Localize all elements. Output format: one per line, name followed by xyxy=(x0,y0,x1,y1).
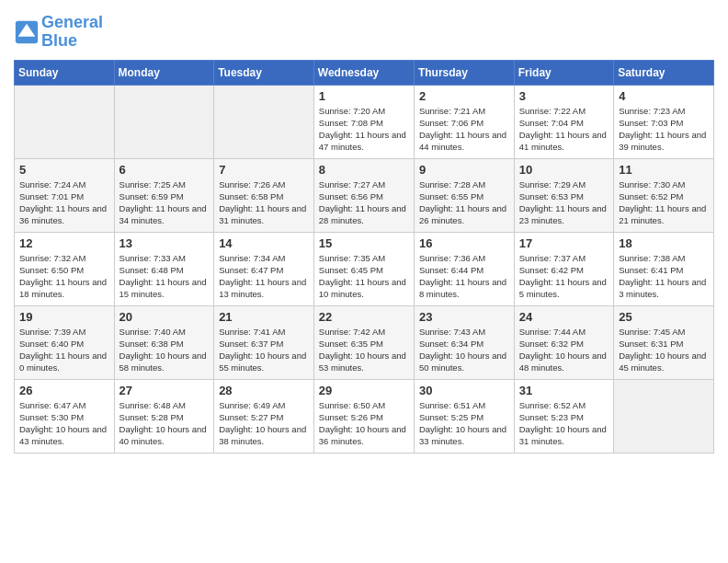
day-info: Sunrise: 7:26 AM Sunset: 6:58 PM Dayligh… xyxy=(219,178,309,227)
day-header-friday: Friday xyxy=(514,60,613,85)
week-row-2: 5Sunrise: 7:24 AM Sunset: 7:01 PM Daylig… xyxy=(15,158,714,232)
logo: General Blue xyxy=(14,14,103,51)
calendar-cell xyxy=(15,85,115,158)
calendar-cell: 12Sunrise: 7:32 AM Sunset: 6:50 PM Dayli… xyxy=(15,232,115,305)
day-info: Sunrise: 7:40 AM Sunset: 6:38 PM Dayligh… xyxy=(119,326,210,374)
calendar-cell: 6Sunrise: 7:25 AM Sunset: 6:59 PM Daylig… xyxy=(114,158,214,232)
day-info: Sunrise: 6:50 AM Sunset: 5:26 PM Dayligh… xyxy=(319,399,409,448)
calendar-cell: 31Sunrise: 6:52 AM Sunset: 5:23 PM Dayli… xyxy=(514,379,613,453)
day-number: 2 xyxy=(419,89,509,103)
day-number: 13 xyxy=(119,236,210,250)
day-info: Sunrise: 7:39 AM Sunset: 6:40 PM Dayligh… xyxy=(19,326,109,374)
day-number: 1 xyxy=(319,89,409,103)
day-info: Sunrise: 7:33 AM Sunset: 6:48 PM Dayligh… xyxy=(119,252,210,301)
day-info: Sunrise: 7:29 AM Sunset: 6:53 PM Dayligh… xyxy=(519,178,609,227)
calendar-cell: 23Sunrise: 7:43 AM Sunset: 6:34 PM Dayli… xyxy=(414,305,514,379)
day-info: Sunrise: 7:21 AM Sunset: 7:06 PM Dayligh… xyxy=(419,105,509,154)
day-info: Sunrise: 6:52 AM Sunset: 5:23 PM Dayligh… xyxy=(519,399,609,448)
day-info: Sunrise: 7:45 AM Sunset: 6:31 PM Dayligh… xyxy=(619,326,709,374)
week-row-1: 1Sunrise: 7:20 AM Sunset: 7:08 PM Daylig… xyxy=(15,85,714,158)
logo-text: General Blue xyxy=(41,14,103,51)
day-number: 30 xyxy=(419,384,509,397)
day-info: Sunrise: 7:20 AM Sunset: 7:08 PM Dayligh… xyxy=(319,105,409,154)
calendar-cell: 1Sunrise: 7:20 AM Sunset: 7:08 PM Daylig… xyxy=(313,85,414,158)
day-number: 20 xyxy=(119,310,210,324)
logo-icon xyxy=(14,19,40,45)
calendar-cell: 20Sunrise: 7:40 AM Sunset: 6:38 PM Dayli… xyxy=(114,305,214,379)
day-header-sunday: Sunday xyxy=(15,60,115,85)
calendar-cell: 16Sunrise: 7:36 AM Sunset: 6:44 PM Dayli… xyxy=(414,232,514,305)
day-number: 15 xyxy=(319,236,409,250)
day-number: 17 xyxy=(519,236,609,250)
calendar-cell: 17Sunrise: 7:37 AM Sunset: 6:42 PM Dayli… xyxy=(514,232,613,305)
calendar-cell: 3Sunrise: 7:22 AM Sunset: 7:04 PM Daylig… xyxy=(514,85,613,158)
day-info: Sunrise: 7:36 AM Sunset: 6:44 PM Dayligh… xyxy=(419,252,509,301)
calendar-cell: 21Sunrise: 7:41 AM Sunset: 6:37 PM Dayli… xyxy=(214,305,314,379)
calendar-cell: 29Sunrise: 6:50 AM Sunset: 5:26 PM Dayli… xyxy=(313,379,414,453)
calendar-cell: 24Sunrise: 7:44 AM Sunset: 6:32 PM Dayli… xyxy=(514,305,613,379)
day-info: Sunrise: 7:25 AM Sunset: 6:59 PM Dayligh… xyxy=(119,178,210,227)
week-row-3: 12Sunrise: 7:32 AM Sunset: 6:50 PM Dayli… xyxy=(15,232,714,305)
day-info: Sunrise: 7:43 AM Sunset: 6:34 PM Dayligh… xyxy=(419,326,509,374)
header-row: SundayMondayTuesdayWednesdayThursdayFrid… xyxy=(15,60,714,85)
calendar-cell: 28Sunrise: 6:49 AM Sunset: 5:27 PM Dayli… xyxy=(214,379,314,453)
calendar-cell: 4Sunrise: 7:23 AM Sunset: 7:03 PM Daylig… xyxy=(614,85,714,158)
calendar-cell: 25Sunrise: 7:45 AM Sunset: 6:31 PM Dayli… xyxy=(614,305,714,379)
day-number: 3 xyxy=(519,89,609,103)
day-number: 24 xyxy=(519,310,609,324)
calendar-cell: 27Sunrise: 6:48 AM Sunset: 5:28 PM Dayli… xyxy=(114,379,214,453)
calendar-cell: 13Sunrise: 7:33 AM Sunset: 6:48 PM Dayli… xyxy=(114,232,214,305)
calendar-cell: 30Sunrise: 6:51 AM Sunset: 5:25 PM Dayli… xyxy=(414,379,514,453)
calendar-cell: 2Sunrise: 7:21 AM Sunset: 7:06 PM Daylig… xyxy=(414,85,514,158)
day-number: 21 xyxy=(219,310,309,324)
calendar-cell: 19Sunrise: 7:39 AM Sunset: 6:40 PM Dayli… xyxy=(15,305,115,379)
day-number: 19 xyxy=(19,310,109,324)
day-info: Sunrise: 7:27 AM Sunset: 6:56 PM Dayligh… xyxy=(319,178,409,227)
day-number: 11 xyxy=(619,163,709,177)
day-number: 5 xyxy=(19,163,109,177)
day-info: Sunrise: 7:38 AM Sunset: 6:41 PM Dayligh… xyxy=(619,252,709,301)
calendar-cell: 26Sunrise: 6:47 AM Sunset: 5:30 PM Dayli… xyxy=(15,379,115,453)
day-info: Sunrise: 7:32 AM Sunset: 6:50 PM Dayligh… xyxy=(19,252,109,301)
calendar-cell: 5Sunrise: 7:24 AM Sunset: 7:01 PM Daylig… xyxy=(15,158,115,232)
day-number: 14 xyxy=(219,236,309,250)
day-number: 7 xyxy=(219,163,309,177)
day-number: 22 xyxy=(319,310,409,324)
day-number: 29 xyxy=(319,384,409,397)
calendar-cell: 11Sunrise: 7:30 AM Sunset: 6:52 PM Dayli… xyxy=(614,158,714,232)
day-header-saturday: Saturday xyxy=(614,60,714,85)
day-header-tuesday: Tuesday xyxy=(214,60,314,85)
day-number: 8 xyxy=(319,163,409,177)
day-header-monday: Monday xyxy=(114,60,214,85)
calendar-table: SundayMondayTuesdayWednesdayThursdayFrid… xyxy=(14,60,714,454)
day-info: Sunrise: 7:22 AM Sunset: 7:04 PM Dayligh… xyxy=(519,105,609,154)
week-row-5: 26Sunrise: 6:47 AM Sunset: 5:30 PM Dayli… xyxy=(15,379,714,453)
day-info: Sunrise: 7:28 AM Sunset: 6:55 PM Dayligh… xyxy=(419,178,509,227)
calendar-cell: 18Sunrise: 7:38 AM Sunset: 6:41 PM Dayli… xyxy=(614,232,714,305)
day-number: 27 xyxy=(119,384,210,397)
day-info: Sunrise: 7:44 AM Sunset: 6:32 PM Dayligh… xyxy=(519,326,609,374)
page-header: General Blue xyxy=(14,14,714,51)
day-info: Sunrise: 7:41 AM Sunset: 6:37 PM Dayligh… xyxy=(219,326,309,374)
day-info: Sunrise: 6:51 AM Sunset: 5:25 PM Dayligh… xyxy=(419,399,509,448)
calendar-cell: 15Sunrise: 7:35 AM Sunset: 6:45 PM Dayli… xyxy=(313,232,414,305)
day-info: Sunrise: 7:24 AM Sunset: 7:01 PM Dayligh… xyxy=(19,178,109,227)
day-number: 25 xyxy=(619,310,709,324)
day-number: 16 xyxy=(419,236,509,250)
day-info: Sunrise: 7:42 AM Sunset: 6:35 PM Dayligh… xyxy=(319,326,409,374)
day-number: 31 xyxy=(519,384,609,397)
day-info: Sunrise: 7:35 AM Sunset: 6:45 PM Dayligh… xyxy=(319,252,409,301)
day-info: Sunrise: 7:37 AM Sunset: 6:42 PM Dayligh… xyxy=(519,252,609,301)
calendar-cell: 10Sunrise: 7:29 AM Sunset: 6:53 PM Dayli… xyxy=(514,158,613,232)
day-number: 12 xyxy=(19,236,109,250)
calendar-cell: 9Sunrise: 7:28 AM Sunset: 6:55 PM Daylig… xyxy=(414,158,514,232)
calendar-cell xyxy=(214,85,314,158)
day-number: 28 xyxy=(219,384,309,397)
day-info: Sunrise: 6:49 AM Sunset: 5:27 PM Dayligh… xyxy=(219,399,309,448)
week-row-4: 19Sunrise: 7:39 AM Sunset: 6:40 PM Dayli… xyxy=(15,305,714,379)
calendar-cell: 22Sunrise: 7:42 AM Sunset: 6:35 PM Dayli… xyxy=(313,305,414,379)
day-info: Sunrise: 7:34 AM Sunset: 6:47 PM Dayligh… xyxy=(219,252,309,301)
day-info: Sunrise: 7:23 AM Sunset: 7:03 PM Dayligh… xyxy=(619,105,709,154)
calendar-cell xyxy=(114,85,214,158)
day-info: Sunrise: 7:30 AM Sunset: 6:52 PM Dayligh… xyxy=(619,178,709,227)
